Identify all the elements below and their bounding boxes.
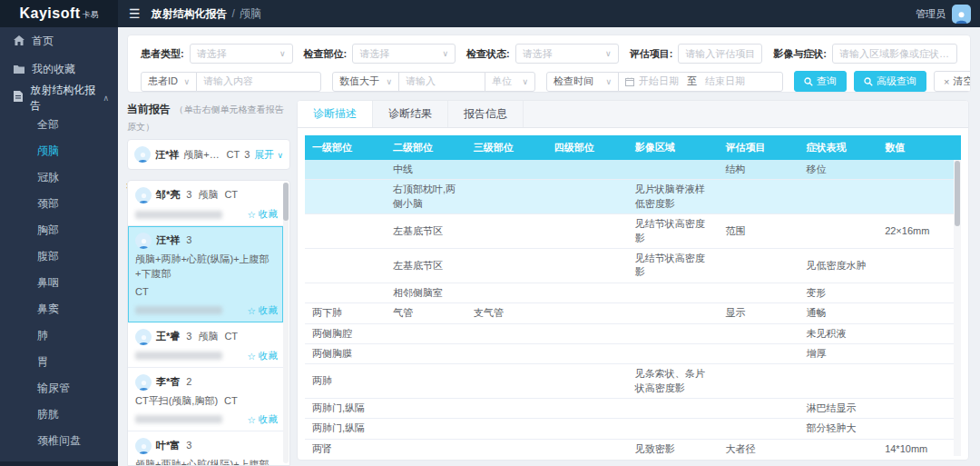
expand-link[interactable]: 展开 ∨ bbox=[254, 148, 283, 162]
table-cell[interactable] bbox=[877, 303, 948, 323]
table-cell[interactable] bbox=[547, 214, 628, 249]
table-cell[interactable]: 14*10mm bbox=[877, 439, 948, 456]
sidebar-item-coronary[interactable]: 冠脉 bbox=[0, 164, 118, 191]
table-cell[interactable] bbox=[877, 399, 948, 419]
table-cell[interactable] bbox=[877, 283, 948, 302]
table-cell[interactable] bbox=[547, 248, 628, 283]
breadcrumb-root[interactable]: 放射结构化报告 bbox=[152, 6, 228, 22]
clear-button[interactable]: × 清空 bbox=[934, 71, 971, 92]
sidebar-collapse-icon[interactable]: ☰ bbox=[129, 6, 141, 21]
table-cell[interactable]: 见条索状、条片状高密度影 bbox=[628, 364, 719, 399]
report-list-item[interactable]: 李*杳 2 CT平扫(颅脑,胸部) CT ☆收藏 bbox=[128, 368, 283, 431]
table-cell[interactable] bbox=[718, 343, 799, 363]
table-cell[interactable]: 两肺门,纵隔 bbox=[305, 399, 386, 419]
table-cell[interactable] bbox=[386, 343, 466, 363]
table-cell[interactable]: 两侧胸腔 bbox=[305, 323, 386, 343]
table-cell[interactable]: 左基底节区 bbox=[386, 214, 466, 249]
list-scrollbar-thumb[interactable] bbox=[283, 183, 289, 221]
advanced-search-button[interactable]: 高级查询 bbox=[854, 71, 926, 92]
sidebar-item-abdomen[interactable]: 腹部 bbox=[0, 243, 118, 270]
table-cell[interactable] bbox=[547, 343, 628, 363]
table-cell[interactable] bbox=[877, 323, 948, 343]
list-scrollbar[interactable] bbox=[283, 183, 289, 463]
time-type-select[interactable]: 检查时间 ∨ bbox=[546, 72, 619, 92]
table-cell[interactable]: 大者径 bbox=[718, 439, 799, 456]
table-cell[interactable] bbox=[466, 364, 547, 399]
exam-status-select[interactable]: 请选择 ∨ bbox=[515, 44, 619, 64]
table-cell[interactable]: 见结节状高密度影 bbox=[628, 248, 719, 283]
sidebar-item-cervical-disc[interactable]: 颈椎间盘 bbox=[0, 428, 118, 454]
table-cell[interactable] bbox=[547, 399, 628, 419]
value-compare-select[interactable]: 数值大于 ∨ bbox=[332, 72, 399, 92]
value-input[interactable]: 请输入 bbox=[398, 72, 485, 92]
image-symptom-input[interactable]: 请输入区域影像或症状表现 bbox=[832, 44, 957, 64]
table-cell[interactable] bbox=[466, 343, 547, 363]
patient-id-input[interactable]: 请输入内容 bbox=[196, 72, 321, 92]
table-cell[interactable] bbox=[547, 160, 628, 180]
table-scrollbar[interactable] bbox=[954, 160, 961, 456]
table-cell[interactable]: 范围 bbox=[718, 214, 799, 249]
table-cell[interactable] bbox=[547, 419, 628, 439]
patient-type-select[interactable]: 请选择 ∨ bbox=[190, 44, 293, 64]
table-cell[interactable] bbox=[628, 160, 719, 180]
table-cell[interactable]: 相邻侧脑室 bbox=[386, 283, 466, 302]
table-cell[interactable]: 22×16mm bbox=[877, 214, 948, 249]
sidebar-item-stomach[interactable]: 胃 bbox=[0, 349, 118, 375]
table-cell[interactable]: 两下肺 bbox=[305, 303, 386, 323]
table-cell[interactable]: 见结节状高密度影 bbox=[628, 214, 719, 249]
table-cell[interactable]: 见致密影 bbox=[628, 439, 719, 456]
table-cell[interactable] bbox=[718, 364, 799, 399]
favorite-button[interactable]: ☆收藏 bbox=[248, 413, 278, 426]
sidebar-item-sinus[interactable]: 鼻窦 bbox=[0, 296, 118, 322]
report-list-item[interactable]: 王*睿 3 颅脑 CT ☆收藏 bbox=[128, 322, 283, 368]
table-cell[interactable] bbox=[466, 439, 547, 456]
sidebar-item-nasopharynx[interactable]: 鼻咽 bbox=[0, 270, 118, 296]
favorite-button[interactable]: ☆收藏 bbox=[248, 304, 278, 317]
table-cell[interactable]: 部分轻肿大 bbox=[799, 419, 877, 439]
table-cell[interactable] bbox=[877, 248, 948, 283]
table-cell[interactable] bbox=[799, 214, 877, 249]
sidebar-item-structured-reports[interactable]: 放射结构化报告 ∧ bbox=[0, 84, 118, 112]
table-cell[interactable] bbox=[799, 180, 877, 214]
table-cell[interactable] bbox=[466, 283, 547, 302]
date-range-picker[interactable]: 开始日期 至 结束日期 bbox=[618, 72, 783, 92]
table-cell[interactable] bbox=[547, 303, 628, 323]
table-scrollbar-thumb[interactable] bbox=[955, 161, 960, 226]
table-cell[interactable] bbox=[628, 323, 719, 343]
table-cell[interactable] bbox=[386, 419, 466, 439]
table-cell[interactable] bbox=[547, 364, 628, 399]
table-cell[interactable]: 中线 bbox=[386, 160, 466, 180]
table-cell[interactable] bbox=[718, 283, 799, 302]
table-cell[interactable] bbox=[386, 364, 466, 399]
patient-id-select[interactable]: 患者ID ∨ bbox=[141, 72, 197, 92]
table-cell[interactable] bbox=[386, 323, 466, 343]
table-cell[interactable] bbox=[466, 419, 547, 439]
table-cell[interactable] bbox=[466, 214, 547, 249]
table-cell[interactable]: 左基底节区 bbox=[386, 248, 466, 283]
table-cell[interactable]: 右顶部枕叶,两侧小脑 bbox=[386, 180, 466, 214]
table-cell[interactable] bbox=[547, 439, 628, 456]
table-cell[interactable]: 支气管 bbox=[466, 303, 547, 323]
report-list-item[interactable]: 叶*富 3 颅脑+两肺+心脏(纵隔)+上腹部+下腹部 CT ☆收藏 bbox=[128, 431, 283, 465]
exam-part-select[interactable]: 请选择 ∨ bbox=[352, 44, 456, 64]
tab-report-info[interactable]: 报告信息 bbox=[448, 101, 524, 127]
table-cell[interactable]: 增厚 bbox=[799, 343, 877, 363]
sidebar-item-home[interactable]: 首页 bbox=[0, 27, 118, 55]
table-cell[interactable] bbox=[386, 399, 466, 419]
table-cell[interactable] bbox=[305, 283, 386, 302]
table-cell[interactable] bbox=[877, 180, 948, 214]
table-cell[interactable] bbox=[386, 439, 466, 456]
table-cell[interactable] bbox=[799, 439, 877, 456]
report-list-item[interactable]: 汪*祥 3 颅脑+两肺+心脏(纵隔)+上腹部+下腹部 CT ☆收藏 bbox=[128, 226, 283, 322]
table-cell[interactable]: 见低密度水肿 bbox=[799, 248, 877, 283]
sidebar-item-chest[interactable]: 胸部 bbox=[0, 217, 118, 243]
table-cell[interactable] bbox=[466, 323, 547, 343]
table-cell[interactable] bbox=[799, 364, 877, 399]
table-cell[interactable] bbox=[877, 364, 948, 399]
table-cell[interactable] bbox=[547, 323, 628, 343]
sidebar-item-favorites[interactable]: 我的收藏 bbox=[0, 55, 118, 84]
table-cell[interactable] bbox=[718, 399, 799, 419]
table-cell[interactable] bbox=[305, 180, 386, 214]
table-cell[interactable] bbox=[547, 283, 628, 302]
report-list-item[interactable]: 邹*亮 3 颅脑 CT ☆收藏 bbox=[128, 181, 283, 226]
